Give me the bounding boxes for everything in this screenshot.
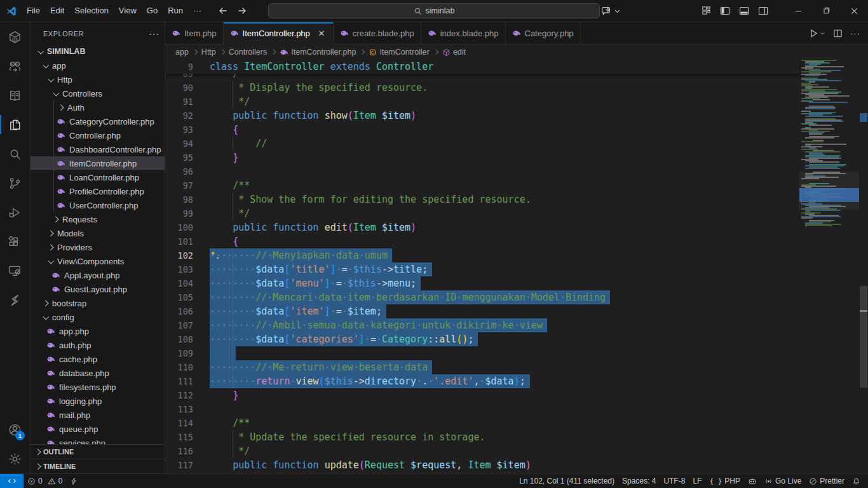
- indentation-status[interactable]: Spaces: 4: [618, 474, 660, 488]
- minimize-icon[interactable]: [784, 0, 812, 22]
- toggle-secondary-sidebar-icon[interactable]: [754, 6, 773, 16]
- activity-item-collab-icon[interactable]: [0, 51, 30, 81]
- code-line-102[interactable]: 102 ✦✦········//·Menyiapkan·data·umum: [165, 248, 799, 262]
- code-editor[interactable]: 89 /** 90 * Display the specified resour…: [165, 60, 868, 473]
- tree-item[interactable]: database.php: [31, 366, 165, 380]
- line-number[interactable]: 90: [165, 81, 210, 95]
- tree-item[interactable]: logging.php: [31, 394, 165, 408]
- thunder-client-status[interactable]: [66, 474, 81, 488]
- minimap[interactable]: [799, 60, 859, 473]
- line-number[interactable]: 99: [165, 207, 210, 220]
- tree-item[interactable]: Controllers: [31, 86, 165, 100]
- code-line-101[interactable]: 101 {: [165, 234, 799, 248]
- activity-item-extensions-icon[interactable]: [0, 227, 30, 256]
- tree-item[interactable]: Http: [31, 72, 165, 86]
- line-number[interactable]: 102: [165, 248, 210, 262]
- notifications-bell[interactable]: [848, 474, 864, 488]
- code-line-115[interactable]: 115 * Update the specified resource in s…: [165, 430, 799, 444]
- code-line-108[interactable]: 108 ········$data['categories']·=·Catego…: [165, 332, 799, 346]
- tree-item[interactable]: GuestLayout.php: [31, 282, 165, 296]
- line-number[interactable]: 114: [165, 416, 210, 430]
- outline-panel-header[interactable]: OUTLINE: [31, 444, 165, 459]
- line-number[interactable]: 106: [165, 304, 210, 318]
- code-line-97[interactable]: 97 /**: [165, 179, 799, 193]
- tab-Item.php[interactable]: Item.php: [165, 22, 224, 44]
- problems-status[interactable]: 0 0: [24, 474, 66, 488]
- code-line-106[interactable]: 106 ········$data['item']·=·$item;: [165, 304, 799, 318]
- breadcrumb-item[interactable]: edit: [442, 48, 466, 57]
- nav-back-icon[interactable]: [215, 3, 231, 18]
- encoding-status[interactable]: UTF-8: [660, 474, 689, 488]
- menu-file[interactable]: File: [22, 4, 45, 18]
- tab-create.blade.php[interactable]: create.blade.php: [334, 22, 421, 44]
- command-center-search[interactable]: siminlab: [268, 3, 600, 18]
- tree-item[interactable]: bootstrap: [31, 296, 165, 310]
- run-code-icon[interactable]: [809, 29, 825, 38]
- split-editor-icon[interactable]: [833, 29, 843, 38]
- menu-run[interactable]: Run: [163, 4, 188, 18]
- tree-item[interactable]: app: [31, 58, 165, 72]
- prettier-status[interactable]: Prettier: [805, 474, 848, 488]
- nav-forward-icon[interactable]: [234, 3, 250, 18]
- tree-item[interactable]: mail.php: [31, 408, 165, 422]
- code-line-96[interactable]: 96: [165, 165, 799, 179]
- breadcrumb-item[interactable]: ItemController.php: [280, 48, 356, 57]
- code-line-95[interactable]: 95 }: [165, 151, 799, 165]
- code-line-113[interactable]: 113: [165, 402, 799, 416]
- code-line-117[interactable]: 117 public function update(Request $requ…: [165, 458, 799, 472]
- code-line-107[interactable]: 107 ········//·Ambil·semua·data·kategori…: [165, 318, 799, 332]
- code-line-111[interactable]: 111 ········return·view($this->directory…: [165, 374, 799, 388]
- line-number[interactable]: 91: [165, 95, 210, 109]
- sticky-scroll-line[interactable]: 9 class ItemController extends Controlle…: [165, 60, 799, 74]
- tree-item[interactable]: queue.php: [31, 422, 165, 436]
- activity-item-s-logo-icon[interactable]: [0, 285, 30, 315]
- timeline-panel-header[interactable]: TIMELINE: [31, 459, 165, 473]
- code-line-116[interactable]: 116 */: [165, 444, 799, 458]
- code-line-103[interactable]: 103 ········$data['title']·=·$this->titl…: [165, 262, 799, 276]
- tree-root[interactable]: SIMINLAB: [31, 44, 165, 58]
- activity-item-container-icon[interactable]: [0, 22, 30, 51]
- code-line-100[interactable]: 100 public function edit(Item $item): [165, 220, 799, 234]
- tab-index.blade.php[interactable]: index.blade.php: [421, 22, 506, 44]
- menu-view[interactable]: View: [114, 4, 142, 18]
- tree-item[interactable]: auth.php: [31, 338, 165, 352]
- maximize-icon[interactable]: [812, 0, 840, 22]
- tree-item[interactable]: AppLayout.php: [31, 268, 165, 282]
- code-line-112[interactable]: 112 }: [165, 388, 799, 402]
- tree-item[interactable]: ItemController.php: [31, 156, 165, 170]
- activity-item-book-icon[interactable]: [0, 81, 30, 110]
- line-number[interactable]: 94: [165, 137, 210, 151]
- customize-layout-icon[interactable]: [697, 6, 715, 15]
- code-line-105[interactable]: 105 ········//·Mencari·data·item·berdasa…: [165, 290, 799, 304]
- line-number[interactable]: 115: [165, 430, 210, 444]
- code-line-114[interactable]: 114 /**: [165, 416, 799, 430]
- copilot-status[interactable]: [744, 474, 761, 488]
- code-line-110[interactable]: 110 ········//·Me-return·view·beserta·da…: [165, 360, 799, 374]
- close-icon[interactable]: [840, 0, 868, 22]
- line-number[interactable]: 103: [165, 262, 210, 276]
- activity-item-remote-explorer-icon[interactable]: [0, 256, 30, 285]
- tab-Category.php[interactable]: Category.php: [506, 22, 581, 44]
- activity-item-explorer-icon[interactable]: [0, 110, 30, 139]
- menu-selection[interactable]: Selection: [69, 4, 113, 18]
- language-mode-status[interactable]: { } PHP: [705, 474, 744, 488]
- chevron-down-icon[interactable]: [614, 8, 621, 15]
- editor-scrollbar[interactable]: [859, 60, 868, 473]
- eol-status[interactable]: LF: [689, 474, 705, 488]
- tree-item[interactable]: filesystems.php: [31, 380, 165, 394]
- line-number[interactable]: 110: [165, 360, 210, 374]
- explorer-actions-button[interactable]: ···: [149, 29, 159, 39]
- tree-item[interactable]: Controller.php: [31, 128, 165, 142]
- breadcrumb-item[interactable]: Controllers: [229, 48, 267, 57]
- line-number[interactable]: 113: [165, 402, 210, 416]
- tree-item[interactable]: LoanController.php: [31, 170, 165, 184]
- toggle-sidebar-icon[interactable]: [715, 6, 735, 16]
- close-tab-icon[interactable]: ✕: [316, 29, 327, 38]
- line-number[interactable]: 116: [165, 444, 210, 458]
- tab-ItemController.php[interactable]: ItemController.php ✕: [224, 22, 334, 44]
- activity-item-source-control-icon[interactable]: [0, 168, 30, 198]
- tree-item[interactable]: services.php: [31, 436, 165, 444]
- code-line-92[interactable]: 92 public function show(Item $item): [165, 109, 799, 123]
- line-number[interactable]: 95: [165, 151, 210, 165]
- line-number[interactable]: 105: [165, 290, 210, 304]
